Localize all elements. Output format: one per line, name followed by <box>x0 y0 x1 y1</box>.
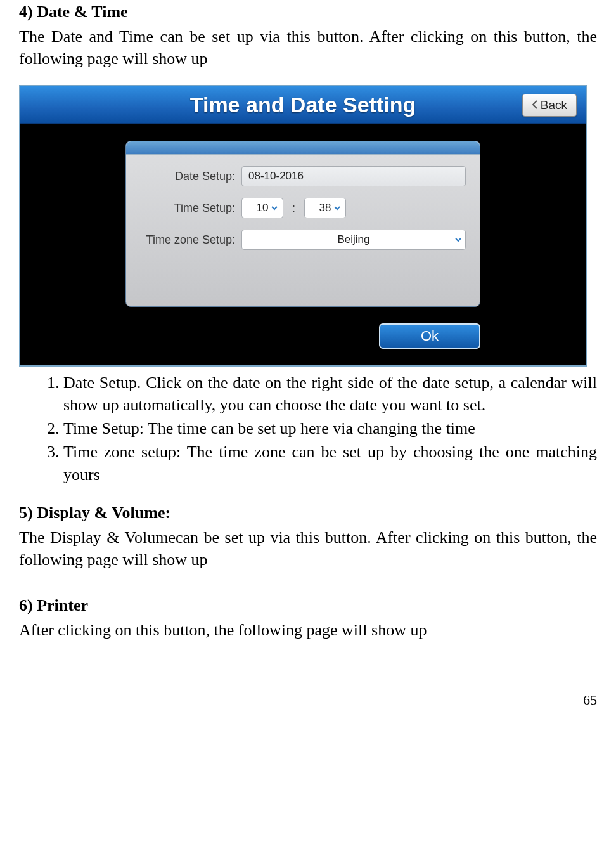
back-button[interactable]: Back <box>522 94 577 117</box>
back-arrow-icon <box>532 98 541 112</box>
ok-button[interactable]: Ok <box>379 323 480 349</box>
section-5-body: The Display & Volumecan be set up via th… <box>19 526 597 571</box>
chevron-down-icon <box>331 198 343 218</box>
dialog-header: Time and Date Setting Back <box>20 86 586 124</box>
time-colon: : <box>292 202 295 215</box>
section-4-intro: The Date and Time can be set up via this… <box>19 25 597 70</box>
instruction-list: Date Setup. Click on the date on the rig… <box>19 372 597 485</box>
timezone-setup-label: Time zone Setup: <box>140 233 241 247</box>
timezone-select[interactable]: Beijing <box>241 230 466 250</box>
list-item: Date Setup. Click on the date on the rig… <box>63 372 597 416</box>
chevron-down-icon <box>269 198 280 218</box>
hour-select[interactable]: 10 <box>241 198 283 218</box>
date-setup-value: 08-10-2016 <box>248 170 304 183</box>
time-setup-label: Time Setup: <box>140 202 241 215</box>
date-setup-field[interactable]: 08-10-2016 <box>241 166 466 186</box>
dialog-title: Time and Date Setting <box>20 86 586 123</box>
settings-dialog: Date Setup: 08-10-2016 Time Setup: 10 : <box>125 141 480 307</box>
minute-value: 38 <box>319 202 331 214</box>
ok-button-label: Ok <box>421 328 439 344</box>
time-date-setting-screenshot: Time and Date Setting Back Date Setup: 0… <box>19 85 587 367</box>
page-number: 65 <box>19 692 597 708</box>
minute-select[interactable]: 38 <box>304 198 346 218</box>
list-item: Time Setup: The time can be set up here … <box>63 417 597 439</box>
section-6-body: After clicking on this button, the follo… <box>19 619 597 641</box>
date-setup-label: Date Setup: <box>140 170 241 183</box>
section-5-heading: 5) Display & Volume: <box>19 504 597 523</box>
list-item: Time zone setup: The time zone can be se… <box>63 441 597 485</box>
section-6-heading: 6) Printer <box>19 596 597 615</box>
dialog-titlebar <box>126 141 480 155</box>
timezone-value: Beijing <box>337 233 369 246</box>
section-4-heading: 4) Date & Time <box>19 3 597 22</box>
hour-value: 10 <box>257 202 269 214</box>
chevron-down-icon <box>455 230 461 249</box>
back-button-label: Back <box>541 98 567 112</box>
